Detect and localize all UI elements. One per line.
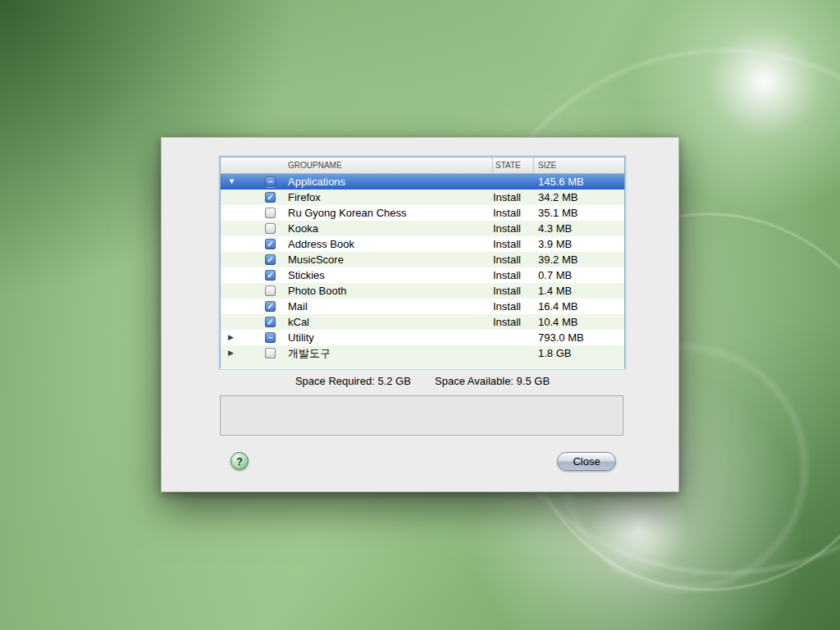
disclosure-triangle-icon[interactable]: ▼ (221, 174, 242, 189)
help-button[interactable]: ? (231, 452, 249, 470)
name-cell: Kooka (221, 222, 493, 235)
table-row[interactable]: Photo BoothInstall1.4 MB (221, 283, 624, 299)
table-body: ▼–Applications145.6 MB✓FirefoxInstall34.… (221, 174, 624, 369)
name-cell: ✓MusicScore (221, 253, 493, 266)
package-name: Firefox (288, 191, 321, 203)
disclosure-triangle-icon[interactable]: ▶ (221, 330, 242, 345)
package-size: 34.2 MB (534, 191, 624, 203)
checkbox[interactable]: ✓ (265, 239, 276, 249)
package-size: 16.4 MB (534, 300, 624, 313)
package-name: Mail (288, 300, 308, 313)
package-size: 10.4 MB (534, 316, 624, 328)
name-cell: ▶개발도구 (221, 345, 493, 361)
name-cell: ✓Stickies (221, 269, 493, 281)
name-cell: ✓kCal (221, 316, 493, 328)
package-name: kCal (288, 316, 309, 328)
space-required-label: Space Required: (295, 375, 375, 387)
checkbox[interactable] (265, 348, 276, 358)
package-state: Install (493, 269, 534, 281)
column-header-groupname[interactable]: GROUPNAME (221, 158, 493, 173)
table-row[interactable]: ✓MailInstall16.4 MB (221, 299, 624, 314)
package-size: 39.2 MB (534, 253, 624, 266)
package-size: 1.8 GB (534, 347, 624, 359)
desktop-background: GROUPNAME STATE SIZE ▼–Applications145.6… (0, 0, 840, 630)
package-state: Install (493, 285, 534, 297)
checkbox[interactable] (265, 208, 276, 218)
name-cell: Ru Gyong Korean Chess (221, 207, 493, 219)
space-summary: Space Required: 5.2 GB Space Available: … (220, 375, 625, 387)
checkbox[interactable] (265, 285, 276, 296)
package-name: Ru Gyong Korean Chess (288, 207, 407, 219)
name-cell: ✓Address Book (221, 238, 493, 250)
package-table: GROUPNAME STATE SIZE ▼–Applications145.6… (220, 157, 625, 368)
table-row[interactable]: ✓kCalInstall10.4 MB (221, 314, 624, 330)
package-size: 35.1 MB (534, 207, 624, 219)
package-state: Install (493, 207, 534, 219)
table-header: GROUPNAME STATE SIZE (221, 158, 624, 174)
package-name: Utility (288, 331, 314, 344)
checkbox[interactable]: – (265, 176, 276, 187)
checkbox[interactable]: – (265, 332, 276, 343)
checkbox[interactable]: ✓ (265, 192, 276, 203)
checkbox[interactable]: ✓ (265, 301, 276, 312)
table-row[interactable]: ▶개발도구1.8 GB (221, 345, 624, 361)
package-size: 145.6 MB (534, 176, 624, 188)
name-cell: ✓Mail (221, 300, 493, 313)
package-name: Applications (288, 176, 345, 188)
name-cell: ▼–Applications (221, 174, 493, 189)
description-box (220, 395, 623, 436)
table-row[interactable]: ✓StickiesInstall0.7 MB (221, 267, 624, 283)
question-mark-icon: ? (236, 455, 243, 468)
column-header-state[interactable]: STATE (493, 158, 534, 173)
space-required-value: 5.2 GB (377, 375, 410, 387)
space-available-label: Space Available: (435, 375, 514, 387)
table-row[interactable]: ✓MusicScoreInstall39.2 MB (221, 252, 624, 267)
package-name: Photo Booth (288, 285, 347, 297)
package-size: 3.9 MB (534, 238, 624, 250)
package-state: Install (493, 222, 534, 235)
checkbox[interactable]: ✓ (265, 254, 276, 265)
table-row[interactable]: ✓FirefoxInstall34.2 MB (221, 189, 624, 205)
package-state: Install (493, 316, 534, 328)
package-size: 4.3 MB (534, 222, 624, 235)
table-row[interactable]: ✓Address BookInstall3.9 MB (221, 236, 624, 252)
package-state: Install (493, 238, 534, 250)
name-cell: ▶–Utility (221, 330, 493, 345)
package-name: Kooka (288, 222, 318, 235)
checkbox[interactable] (265, 223, 276, 234)
package-name: Stickies (288, 269, 325, 281)
package-state: Install (493, 300, 534, 313)
table-filler (221, 361, 624, 369)
close-button[interactable]: Close (557, 452, 616, 471)
package-size: 793.0 MB (534, 331, 624, 344)
table-row[interactable]: ▼–Applications145.6 MB (221, 174, 624, 189)
installer-package-window: GROUPNAME STATE SIZE ▼–Applications145.6… (161, 137, 679, 492)
name-cell: ✓Firefox (221, 191, 493, 203)
package-name: Address Book (288, 238, 354, 250)
package-name: MusicScore (288, 253, 344, 266)
space-available-value: 9.5 GB (517, 375, 550, 387)
table-row[interactable]: ▶–Utility793.0 MB (221, 330, 624, 345)
table-row[interactable]: KookaInstall4.3 MB (221, 221, 624, 236)
name-cell: Photo Booth (221, 285, 493, 297)
package-size: 1.4 MB (534, 285, 624, 297)
package-state: Install (493, 191, 534, 203)
package-size: 0.7 MB (534, 269, 624, 281)
package-state: Install (493, 253, 534, 266)
table-row[interactable]: Ru Gyong Korean ChessInstall35.1 MB (221, 205, 624, 221)
disclosure-triangle-icon[interactable]: ▶ (221, 345, 242, 361)
column-header-size[interactable]: SIZE (534, 158, 624, 173)
checkbox[interactable]: ✓ (265, 270, 276, 281)
checkbox[interactable]: ✓ (265, 317, 276, 327)
package-name: 개발도구 (288, 346, 331, 361)
